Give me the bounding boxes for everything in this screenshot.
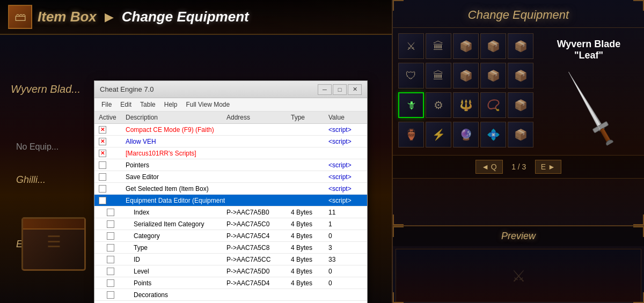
row-address: P->AAC7A5C0 xyxy=(225,220,289,228)
nav-prev-button[interactable]: ◄ Q xyxy=(475,160,503,174)
checkbox[interactable] xyxy=(99,161,106,169)
weapon-display: Wyvern Blade "Leaf" xyxy=(539,33,639,150)
row-description[interactable]: Points xyxy=(132,279,225,287)
equip-cell-10[interactable]: 📦 xyxy=(508,63,533,88)
ce-close-button[interactable]: ✕ xyxy=(348,84,362,95)
row-address: P->AAC7A5D4 xyxy=(225,279,289,287)
equip-cell-14[interactable]: 📿 xyxy=(480,92,506,118)
row-value: <script> xyxy=(327,161,364,169)
row-value[interactable]: 11 xyxy=(327,208,364,217)
equip-cell-7[interactable]: 🏛 xyxy=(426,63,451,88)
equip-cell-16[interactable]: 🏺 xyxy=(398,122,424,147)
table-row[interactable]: Save Editor <script> xyxy=(94,171,367,183)
equip-cell-6[interactable]: 🛡 xyxy=(398,63,424,88)
row-value[interactable]: 1 xyxy=(327,220,364,228)
row-description[interactable]: Get Selected Item (Item Box) xyxy=(124,184,225,193)
equip-cell-8[interactable]: 📦 xyxy=(453,63,479,88)
table-row[interactable]: Points P->AAC7A5D4 4 Bytes 0 xyxy=(94,277,367,289)
ce-table-body[interactable]: ✕ Compact CE Mode (F9) (Faith) <script> … xyxy=(94,124,367,303)
row-description[interactable]: Pointers xyxy=(124,161,225,169)
ce-restore-button[interactable]: □ xyxy=(333,84,347,95)
checkbox[interactable] xyxy=(107,268,114,275)
row-active: ✕ xyxy=(97,125,124,134)
row-value[interactable]: 0 xyxy=(327,279,364,287)
row-description[interactable]: [Marcus101RR's Scripts] xyxy=(124,149,225,158)
table-row[interactable]: Decorations xyxy=(94,289,367,301)
table-row[interactable]: Category P->AAC7A5C4 4 Bytes 0 xyxy=(94,230,367,242)
checkbox[interactable] xyxy=(99,173,106,181)
weapon-name: Wyvern Blade "Leaf" xyxy=(544,39,633,61)
table-row[interactable]: Get Selected Item (Item Box) <script> xyxy=(94,183,367,195)
equip-cell-19[interactable]: 💠 xyxy=(480,122,506,147)
equip-cell-9[interactable]: 📦 xyxy=(480,63,506,88)
row-description[interactable]: Serialized Item Category xyxy=(132,220,225,228)
equip-cell-1[interactable]: ⚔ xyxy=(398,33,424,59)
equip-cell-12[interactable]: ⚙ xyxy=(426,92,451,118)
breadcrumb-item-box: Item Box xyxy=(38,9,97,25)
menu-file[interactable]: File xyxy=(97,99,116,110)
row-value[interactable]: 0 xyxy=(327,232,364,240)
row-description[interactable]: Save Editor xyxy=(124,173,225,181)
table-row-selected[interactable]: Equipment Data Editor (Equipment Info) <… xyxy=(94,195,367,206)
checkbox[interactable] xyxy=(107,209,114,216)
row-address xyxy=(225,153,289,154)
row-description[interactable]: Decorations xyxy=(132,291,225,299)
row-description[interactable]: Allow VEH xyxy=(124,137,225,146)
row-description[interactable]: Category xyxy=(132,232,225,240)
checkbox[interactable] xyxy=(99,185,106,193)
checkbox[interactable]: ✕ xyxy=(99,126,106,134)
checkbox[interactable]: ✕ xyxy=(99,138,106,145)
checkbox[interactable] xyxy=(107,256,114,263)
checkbox[interactable] xyxy=(107,279,114,287)
checkbox[interactable] xyxy=(107,291,114,299)
row-address: P->AAC7A5D0 xyxy=(225,267,289,276)
row-address: P->AAC7A5C4 xyxy=(225,232,289,240)
table-row[interactable]: ID P->AAC7A5CC 4 Bytes 33 xyxy=(94,254,367,265)
equip-cell-11-selected[interactable]: 🗡 xyxy=(398,92,424,118)
ce-window-controls: ─ □ ✕ xyxy=(318,84,362,95)
row-description[interactable]: Index xyxy=(132,208,225,217)
menu-edit[interactable]: Edit xyxy=(116,99,136,110)
table-row[interactable]: Type P->AAC7A5C8 4 Bytes 3 xyxy=(94,242,367,254)
ce-minimize-button[interactable]: ─ xyxy=(318,84,332,95)
row-value[interactable]: 3 xyxy=(327,243,364,252)
table-row[interactable]: ✕ Allow VEH <script> xyxy=(94,136,367,147)
row-value: <script> xyxy=(327,173,364,181)
row-value: <script> xyxy=(327,184,364,193)
table-row[interactable]: Serialized Item Category P->AAC7A5C0 4 B… xyxy=(94,218,367,230)
row-value[interactable]: 0 xyxy=(327,267,364,276)
equip-cell-18[interactable]: 🔮 xyxy=(453,122,479,147)
table-row[interactable]: Pointers <script> xyxy=(94,159,367,171)
table-row[interactable]: Level P->AAC7A5D0 4 Bytes 0 xyxy=(94,265,367,277)
row-value[interactable]: 33 xyxy=(327,255,364,264)
row-description[interactable]: Level xyxy=(132,267,225,276)
checkbox[interactable] xyxy=(107,232,114,240)
equip-cell-2[interactable]: 🏛 xyxy=(426,33,451,59)
equip-cell-5[interactable]: 📦 xyxy=(508,33,533,59)
equip-cell-15[interactable]: 📦 xyxy=(508,92,533,118)
row-description[interactable]: ID xyxy=(132,255,225,264)
row-description[interactable]: Compact CE Mode (F9) (Faith) xyxy=(124,125,225,134)
equip-cell-17[interactable]: ⚡ xyxy=(426,122,451,147)
checkbox[interactable] xyxy=(107,244,114,252)
equip-cell-20[interactable]: 📦 xyxy=(508,122,533,147)
row-active xyxy=(97,161,124,169)
table-row[interactable]: Bowgun Mods xyxy=(94,301,367,303)
table-row[interactable]: ✕ [Marcus101RR's Scripts] xyxy=(94,147,367,159)
equip-cell-3[interactable]: 📦 xyxy=(453,33,479,59)
row-type xyxy=(289,188,327,189)
row-type: 4 Bytes xyxy=(289,279,327,287)
menu-fullview[interactable]: Full View Mode xyxy=(181,99,234,110)
equip-cell-13[interactable]: 🔱 xyxy=(453,92,479,118)
row-description[interactable]: Equipment Data Editor (Equipment Info) xyxy=(124,196,225,205)
checkbox[interactable] xyxy=(99,197,106,204)
table-row[interactable]: Index P->AAC7A5B0 4 Bytes 11 xyxy=(94,206,367,218)
nav-next-button[interactable]: E ► xyxy=(535,160,561,174)
equip-cell-4[interactable]: 📦 xyxy=(480,33,506,59)
menu-table[interactable]: Table xyxy=(136,99,160,110)
checkbox[interactable]: ✕ xyxy=(99,150,106,157)
table-row[interactable]: ✕ Compact CE Mode (F9) (Faith) <script> xyxy=(94,124,367,136)
row-description[interactable]: Type xyxy=(132,243,225,252)
menu-help[interactable]: Help xyxy=(160,99,182,110)
checkbox[interactable] xyxy=(107,220,114,228)
